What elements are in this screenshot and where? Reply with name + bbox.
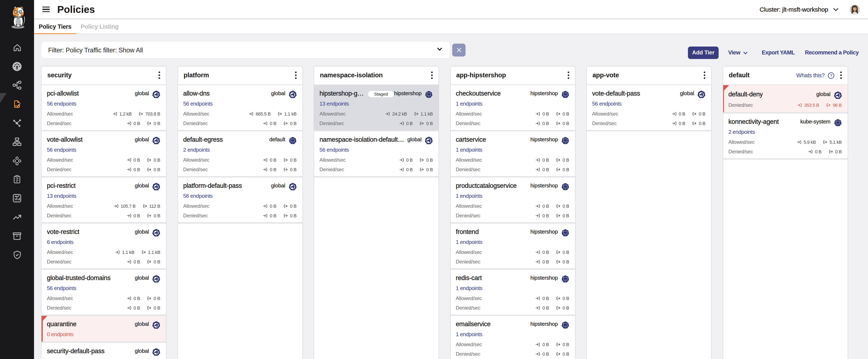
svg-text:?: ? xyxy=(830,74,832,78)
svg-text:ns: ns xyxy=(564,280,566,281)
svg-text:ns: ns xyxy=(564,142,566,143)
svg-text:ns: ns xyxy=(564,234,566,236)
svg-text:ns: ns xyxy=(837,124,838,125)
svg-text:ns: ns xyxy=(428,96,429,97)
svg-text:ns: ns xyxy=(564,96,566,97)
svg-text:ns: ns xyxy=(564,188,566,189)
svg-text:ns: ns xyxy=(564,326,566,328)
svg-text:ns: ns xyxy=(292,142,293,143)
